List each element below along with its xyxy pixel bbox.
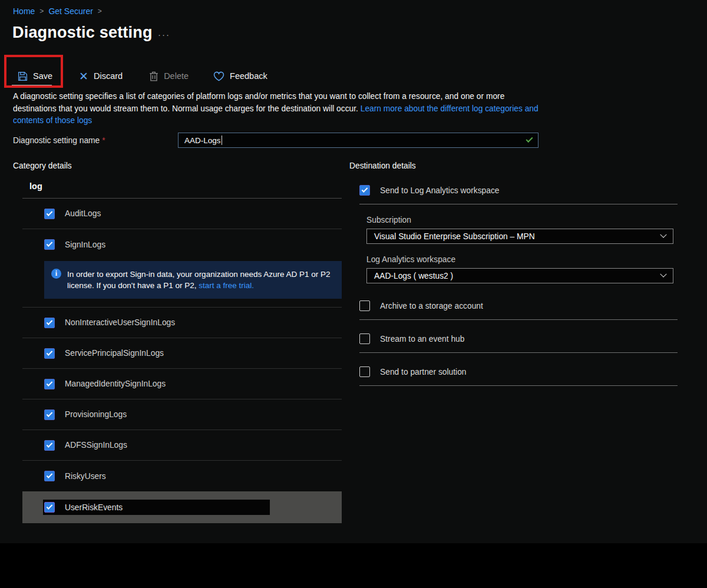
stream-event-hub-row: Stream to an event hub (349, 329, 678, 349)
free-trial-link[interactable]: start a free trial. (199, 281, 254, 290)
breadcrumb-separator-icon: > (39, 7, 44, 15)
check-icon (47, 411, 53, 417)
command-bar: Save ✕ Discard Delete Feedb (0, 64, 707, 88)
feedback-button-label: Feedback (230, 71, 267, 81)
name-field-label: Diagnostic setting name* (13, 136, 105, 145)
discard-button[interactable]: ✕ Discard (79, 71, 123, 82)
category-label: SignInLogs (65, 240, 105, 249)
check-icon (47, 349, 53, 356)
save-underline (12, 85, 52, 86)
category-label: ServicePrincipalSignInLogs (65, 349, 164, 358)
required-asterisk: * (102, 136, 105, 145)
category-label: AuditLogs (65, 209, 101, 218)
log-analytics-fields: Subscription Visual Studio Enterprise Su… (366, 216, 678, 283)
checkbox-signinlogs[interactable] (44, 239, 55, 250)
category-row-signinlogs: SignInLogs (22, 229, 342, 260)
info-icon: i (51, 269, 61, 279)
text-caret (222, 136, 222, 145)
check-icon (47, 240, 53, 247)
category-row-managedidentity: ManagedIdentitySignInLogs (22, 369, 342, 399)
category-label: ManagedIdentitySignInLogs (65, 379, 166, 388)
category-label: ProvisioningLogs (65, 410, 127, 419)
partner-solution-row: Send to partner solution (349, 362, 678, 382)
category-label: RiskyUsers (65, 472, 106, 481)
delete-button-label: Delete (164, 71, 189, 81)
partner-solution-label: Send to partner solution (380, 368, 467, 376)
name-input-value: AAD-Logs (184, 136, 221, 145)
category-row-provisioninglogs: ProvisioningLogs (22, 399, 342, 430)
subscription-dropdown[interactable]: Visual Studio Enterprise Subscription – … (366, 229, 673, 244)
checkbox-partner-solution[interactable] (359, 366, 370, 377)
checkbox-archive-storage[interactable] (359, 300, 370, 311)
chevron-down-icon (660, 271, 666, 278)
userriskevents-label-strip: UserRiskEvents (43, 500, 270, 515)
check-icon (47, 380, 53, 387)
page-title: Diagnostic setting (12, 24, 153, 42)
signin-license-info-banner: i In order to export Sign-in data, your … (44, 261, 342, 299)
divider (359, 204, 678, 204)
check-icon (47, 210, 53, 216)
name-field-label-text: Diagnostic setting name (13, 136, 100, 145)
trash-icon (149, 71, 158, 81)
log-analytics-label: Send to Log Analytics workspace (380, 186, 499, 195)
divider (359, 319, 678, 320)
page-description: A diagnostic setting specifies a list of… (13, 91, 544, 127)
workspace-label: Log Analytics workspace (366, 255, 678, 264)
checkbox-serviceprincipalsigninlogs[interactable] (44, 348, 55, 359)
category-row-noninteractive: NonInteractiveUserSignInLogs (22, 308, 342, 338)
category-row-auditlogs: AuditLogs (22, 199, 342, 229)
diagnostic-setting-name-input[interactable]: AAD-Logs (178, 133, 538, 148)
check-icon (47, 503, 53, 510)
other-destinations: Archive to a storage account Stream to a… (349, 296, 678, 386)
checkbox-auditlogs[interactable] (44, 209, 55, 219)
checkbox-noninteractiveusersigninlogs[interactable] (44, 318, 55, 328)
diagnostic-setting-page: Home > Get Securer > Diagnostic setting … (0, 0, 707, 543)
discard-x-icon: ✕ (79, 71, 88, 82)
breadcrumb: Home > Get Securer > (13, 6, 102, 16)
checkbox-provisioninglogs[interactable] (44, 409, 55, 420)
check-icon (47, 319, 53, 325)
divider (359, 385, 678, 386)
checkbox-adfssigninlogs[interactable] (44, 440, 55, 451)
checkbox-riskyusers[interactable] (44, 471, 55, 481)
category-row-userriskevents[interactable]: UserRiskEvents (22, 491, 342, 523)
discard-button-label: Discard (94, 71, 123, 81)
event-hub-label: Stream to an event hub (380, 335, 464, 343)
breadcrumb-separator-icon: > (98, 7, 102, 15)
category-row-serviceprincipal: ServicePrincipalSignInLogs (22, 338, 342, 369)
category-row-riskyusers: RiskyUsers (22, 461, 342, 491)
category-label: UserRiskEvents (65, 503, 123, 512)
checkbox-managedidentitysigninlogs[interactable] (44, 379, 55, 389)
heart-icon (213, 71, 224, 81)
category-label: ADFSSignInLogs (65, 441, 127, 450)
category-details-heading: Category details (13, 161, 72, 170)
save-icon (18, 71, 28, 81)
category-list: log AuditLogs SignInLogs i In order to e… (22, 181, 342, 523)
more-options-button[interactable]: ··· (158, 29, 170, 39)
feedback-button[interactable]: Feedback (213, 71, 267, 81)
save-button-label: Save (33, 71, 52, 81)
divider (359, 352, 678, 353)
info-banner-text: In order to export Sign-in data, your or… (67, 269, 333, 291)
check-icon (47, 441, 53, 448)
workspace-dropdown[interactable]: AAD-Logs ( westus2 ) (366, 268, 673, 283)
checkbox-event-hub[interactable] (359, 333, 370, 344)
breadcrumb-get-securer[interactable]: Get Securer (48, 6, 92, 16)
archive-storage-row: Archive to a storage account (349, 296, 678, 316)
check-icon (362, 186, 368, 193)
category-row-adfssigninlogs: ADFSSignInLogs (22, 430, 342, 461)
checkbox-log-analytics[interactable] (359, 185, 370, 196)
breadcrumb-home[interactable]: Home (13, 6, 35, 16)
check-icon (47, 472, 53, 478)
destination-panel: Send to Log Analytics workspace Subscrip… (349, 180, 678, 395)
save-button[interactable]: Save (18, 71, 52, 81)
checkbox-userriskevents[interactable] (44, 502, 55, 513)
valid-check-icon (526, 136, 533, 143)
delete-button[interactable]: Delete (149, 71, 189, 81)
subscription-value: Visual Studio Enterprise Subscription – … (374, 232, 535, 241)
chevron-down-icon (660, 232, 666, 238)
destination-details-heading: Destination details (349, 161, 416, 170)
workspace-value: AAD-Logs ( westus2 ) (374, 272, 453, 280)
archive-storage-label: Archive to a storage account (380, 302, 483, 310)
send-to-log-analytics-row: Send to Log Analytics workspace (349, 180, 678, 200)
